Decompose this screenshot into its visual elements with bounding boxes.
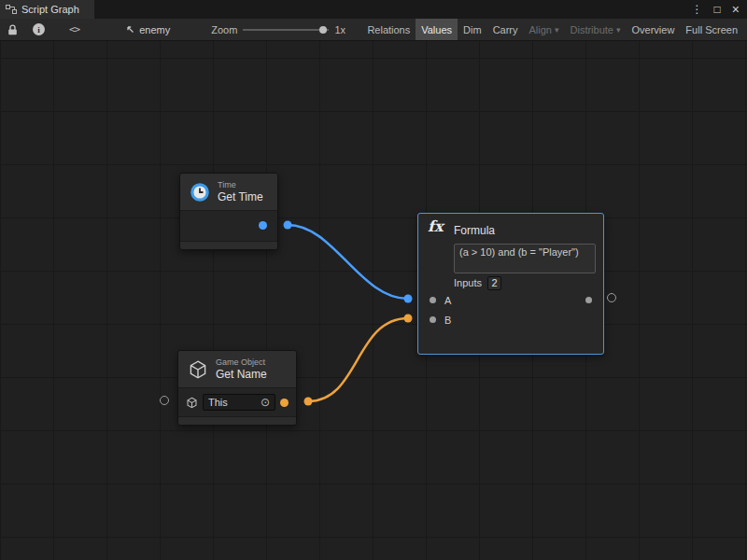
node-category: Game Object <box>216 357 267 368</box>
align-label: Align <box>529 24 552 35</box>
distribute-button[interactable]: Distribute▾ <box>565 19 627 40</box>
carry-button[interactable]: Carry <box>487 19 524 40</box>
connections-layer <box>0 41 747 560</box>
value-connection-wire[interactable] <box>288 225 408 299</box>
formula-port-row-b: B <box>418 310 603 329</box>
formula-expression-input[interactable]: (a > 10) and (b = "Player") <box>454 244 596 273</box>
titlebar: Script Graph ⋮ □ × <box>0 0 747 19</box>
node-get-name[interactable]: Game Object Get Name This ⊙ <box>177 350 297 426</box>
values-button[interactable]: Values <box>416 19 458 40</box>
node-title: Formula <box>454 224 495 237</box>
dim-button[interactable]: Dim <box>458 19 487 40</box>
port-get-time-output[interactable] <box>259 221 267 230</box>
get-time-header: Time Get Time <box>180 174 277 211</box>
port-formula-b-input[interactable] <box>430 316 436 323</box>
kebab-menu-icon[interactable]: ⋮ <box>692 4 703 15</box>
zoom-value: 1x <box>334 24 345 35</box>
carry-label: Carry <box>493 24 518 35</box>
maximize-icon[interactable]: □ <box>714 4 721 15</box>
target-object-value: This <box>208 397 228 408</box>
tab-script-graph[interactable]: Script Graph <box>0 0 94 19</box>
get-name-header: Game Object Get Name <box>178 351 296 388</box>
get-name-footer <box>178 416 296 425</box>
cube-icon-small <box>186 397 198 409</box>
fx-icon: fx <box>428 217 443 235</box>
port-formula-result-hollow[interactable] <box>607 293 616 302</box>
zoom-slider[interactable] <box>243 23 329 36</box>
close-icon[interactable]: × <box>732 3 740 16</box>
tab-title: Script Graph <box>21 4 79 15</box>
script-graph-icon <box>6 4 17 15</box>
formula-header: fx Formula <box>418 219 603 242</box>
fullscreen-label: Full Screen <box>685 24 738 35</box>
port-label-a: A <box>444 295 451 306</box>
graph-canvas[interactable]: Time Get Time fx Formula (a > 10) and (b… <box>0 41 747 560</box>
port-label-b: B <box>444 315 451 326</box>
node-category: Time <box>218 180 263 190</box>
zoom-slider-track <box>243 29 329 31</box>
relations-label: Relations <box>367 24 410 35</box>
overview-label: Overview <box>632 24 675 35</box>
cube-icon <box>188 359 208 380</box>
node-formula[interactable]: fx Formula (a > 10) and (b = "Player") I… <box>417 213 604 355</box>
chevron-down-icon: ▾ <box>555 25 559 35</box>
window-controls: ⋮ □ × <box>692 3 747 16</box>
node-get-time[interactable]: Time Get Time <box>179 173 278 250</box>
zoom-label: Zoom <box>211 24 237 35</box>
overview-button[interactable]: Overview <box>627 19 681 40</box>
clock-icon <box>190 182 210 203</box>
relations-button[interactable]: Relations <box>361 19 416 40</box>
string-connection-end-dot <box>404 315 413 323</box>
value-connection-start-dot <box>284 221 292 230</box>
string-connection-wire[interactable] <box>308 318 408 401</box>
zoom-slider-handle[interactable] <box>319 26 327 34</box>
formula-inputs-row: Inputs 2 <box>454 275 596 290</box>
target-object-dropdown[interactable]: This ⊙ <box>203 394 275 411</box>
port-get-name-output[interactable] <box>280 399 289 407</box>
graph-pointer-icon <box>124 24 134 35</box>
formula-port-row-a: A <box>418 290 603 310</box>
get-time-footer <box>180 241 277 249</box>
string-connection-start-dot <box>304 398 313 406</box>
port-get-name-target-hollow[interactable] <box>160 396 169 405</box>
info-icon[interactable]: i <box>33 23 45 35</box>
dim-label: Dim <box>463 24 482 35</box>
code-view-icon[interactable]: <> <box>69 23 79 35</box>
graph-name: enemy <box>139 24 170 35</box>
chevron-down-icon: ▾ <box>616 25 621 35</box>
formula-inputs-count-input[interactable]: 2 <box>487 276 501 290</box>
node-title: Get Name <box>216 368 267 381</box>
fullscreen-button[interactable]: Full Screen <box>680 19 747 40</box>
values-label: Values <box>421 24 452 35</box>
toolbar-buttons: Relations Values Dim Carry Align▾ Distri… <box>361 19 747 40</box>
graph-breadcrumb[interactable]: enemy <box>124 24 170 35</box>
port-formula-result-output[interactable] <box>585 297 592 303</box>
value-connection-end-dot <box>404 295 413 303</box>
get-name-body: This ⊙ <box>178 388 296 416</box>
toolbar: i <> enemy Zoom 1x Relations Values Dim … <box>0 19 747 41</box>
inputs-label: Inputs <box>454 277 482 288</box>
distribute-label: Distribute <box>571 24 613 35</box>
get-time-body <box>180 211 277 241</box>
port-formula-a-input[interactable] <box>430 297 436 303</box>
object-picker-icon[interactable]: ⊙ <box>261 396 270 409</box>
lock-icon[interactable] <box>7 24 18 35</box>
node-title: Get Time <box>218 190 263 203</box>
align-button[interactable]: Align▾ <box>524 19 565 40</box>
